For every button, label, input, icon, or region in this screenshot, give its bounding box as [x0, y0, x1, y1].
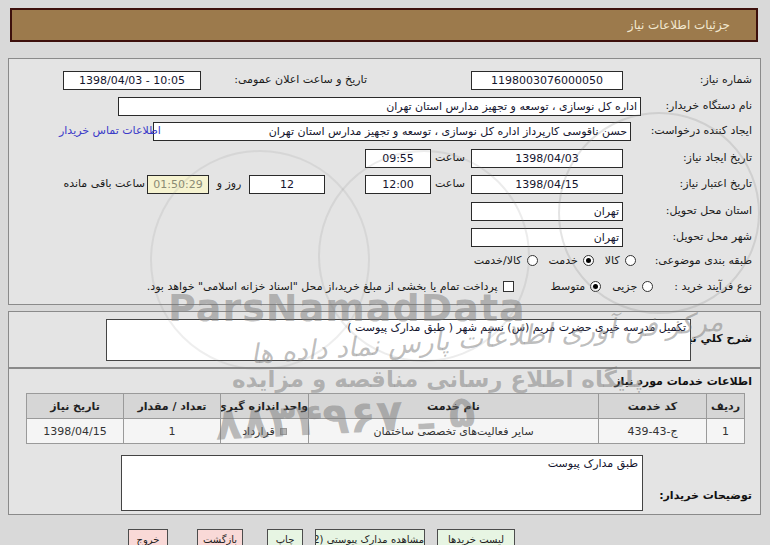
radio-goods-service-icon[interactable]	[527, 255, 538, 266]
expire-date-field[interactable]: 1398/04/15	[471, 175, 623, 194]
treasury-checkbox-label: پرداخت تمام یا بخشی از مبلغ خرید،از محل …	[147, 280, 498, 293]
classification-option-service[interactable]: خدمت	[549, 254, 594, 267]
need-details-page: جزئیات اطلاعات نیاز شماره نیاز: 11980030…	[0, 0, 770, 545]
expire-date-label: تاریخ اعتبار نیاز:	[679, 177, 752, 190]
need-number-field[interactable]: 1198003076000050	[471, 71, 623, 90]
page-title: جزئیات اطلاعات نیاز	[628, 18, 730, 32]
process-type-row: نوع فرآیند خرید : جزیی متوسط پرداخت تمام…	[147, 280, 752, 293]
process-option-partial[interactable]: جزیی	[612, 280, 653, 293]
expire-time-field[interactable]: 12:00	[365, 175, 431, 194]
cell-service-name: سایر فعالیت‌های تخصصی ساختمان	[309, 419, 599, 444]
col-row: ردیف	[707, 394, 745, 419]
buyer-notes-field[interactable]: طبق مدارک پیوست	[121, 455, 643, 511]
city-label: شهر محل تحویل:	[672, 230, 752, 243]
services-title: اطلاعات خدمات مورد نیاز	[614, 375, 752, 388]
buyer-name-field[interactable]: اداره کل نوسازی ، توسعه و تجهیز مدارس اس…	[118, 97, 641, 116]
table-row[interactable]: 1 ج-43-439 سایر فعالیت‌های تخصصی ساختمان…	[27, 419, 745, 444]
radio-service-icon[interactable]	[583, 255, 594, 266]
requester-label: ایجاد کننده درخواست:	[651, 124, 752, 137]
need-info-section: شماره نیاز: 1198003076000050 تاریخ و ساع…	[8, 58, 761, 305]
description-field[interactable]: تکمیل مدرسه خیری حضرت مریم (س) نسیم شهر …	[106, 319, 691, 361]
need-number-label: شماره نیاز:	[700, 73, 752, 86]
cell-unit: قرارداد	[221, 419, 309, 444]
create-date-field[interactable]: 1398/04/03	[471, 149, 623, 168]
cell-service-code: ج-43-439	[599, 419, 707, 444]
days-word-label: روز و	[211, 177, 247, 190]
create-hour-label: ساعت	[433, 151, 467, 164]
print-button[interactable]: چاپ	[267, 529, 303, 545]
col-need-date: تاریخ نیاز	[27, 394, 124, 419]
classification-row: طبقه بندی موضوعی: کالا خدمت کالا/خدمت	[474, 254, 752, 267]
classification-option-goods[interactable]: کالا	[605, 254, 636, 267]
radio-partial-icon[interactable]	[642, 281, 653, 292]
treasury-option[interactable]: پرداخت تمام یا بخشی از مبلغ خرید،از محل …	[147, 280, 514, 293]
process-type-label: نوع فرآیند خرید :	[674, 280, 752, 293]
create-time-field[interactable]: 09:55	[365, 149, 431, 168]
city-field[interactable]: تهران	[471, 228, 623, 247]
need-description-section: شرح کلي نیاز: تکمیل مدرسه خیری حضرت مریم…	[8, 311, 761, 368]
radio-medium-icon[interactable]	[590, 281, 601, 292]
treasury-checkbox-icon[interactable]	[503, 281, 514, 292]
cell-need-date: 1398/04/15	[27, 419, 124, 444]
back-button[interactable]: بازگشت	[197, 529, 243, 545]
services-header-row: ردیف کد خدمت نام خدمت واحد اندازه گیری ت…	[27, 394, 745, 419]
services-section: اطلاعات خدمات مورد نیاز ردیف کد خدمت نام…	[8, 368, 761, 515]
cell-qty: 1	[124, 419, 221, 444]
remaining-label: ساعت باقی مانده	[23, 177, 145, 190]
radio-goods-icon[interactable]	[625, 255, 636, 266]
days-left-field: 12	[249, 175, 325, 194]
buyer-contact-link[interactable]: اطلاعات تماس خریدار	[59, 124, 161, 137]
buyer-name-label: نام دستگاه خریدار:	[665, 99, 752, 112]
province-label: استان محل تحویل:	[666, 204, 752, 217]
process-option-medium[interactable]: متوسط	[551, 280, 602, 293]
col-qty: تعداد / مقدار	[124, 394, 221, 419]
exit-button[interactable]: خروج	[128, 529, 168, 545]
col-service-code: کد خدمت	[599, 394, 707, 419]
unit-marker-icon	[280, 428, 287, 435]
buyer-notes-label: توضیحات خریدار:	[659, 489, 752, 502]
province-field[interactable]: تهران	[471, 202, 623, 221]
classification-label: طبقه بندی موضوعی:	[655, 254, 752, 267]
requester-field[interactable]: حسن ناقوسی کارپرداز اداره کل نوسازی ، تو…	[153, 122, 631, 141]
announce-datetime-field[interactable]: 1398/04/03 - 10:05	[63, 71, 201, 90]
page-title-bar: جزئیات اطلاعات نیاز	[10, 8, 758, 42]
create-date-label: تاریخ ایجاد نیاز:	[683, 151, 752, 164]
expire-hour-label: ساعت	[433, 177, 467, 190]
col-unit: واحد اندازه گیری	[221, 394, 309, 419]
view-attachments-button[interactable]: مشاهده مدارک پیوستی (2)	[315, 529, 425, 545]
cell-row: 1	[707, 419, 745, 444]
countdown-timer: 01:50:29	[147, 175, 209, 194]
services-table: ردیف کد خدمت نام خدمت واحد اندازه گیری ت…	[26, 393, 745, 444]
purchases-list-button[interactable]: لیست خریدها	[437, 529, 515, 545]
col-service-name: نام خدمت	[309, 394, 599, 419]
classification-option-goods-service[interactable]: کالا/خدمت	[474, 254, 538, 267]
